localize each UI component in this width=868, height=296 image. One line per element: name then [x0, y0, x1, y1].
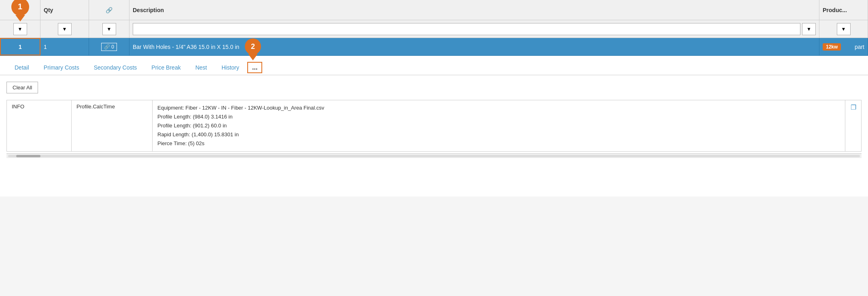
row-name: Profile.CalcTime: [72, 100, 153, 152]
description-label: Description: [133, 7, 164, 13]
tabs-container: Detail Primary Costs Secondary Costs Pri…: [0, 56, 868, 75]
link-icon-small: 🔗: [104, 44, 110, 50]
filter-link: ▼: [89, 20, 129, 38]
scrollbar[interactable]: [6, 153, 862, 158]
content-area: Clear All INFO Profile.CalcTime Equipmen…: [0, 75, 868, 197]
filter-description: ▼: [129, 20, 819, 38]
product-label: Produc...: [823, 7, 847, 13]
header-description: Description: [129, 0, 819, 20]
tab-more[interactable]: ... 2: [247, 62, 262, 73]
tab-history[interactable]: History: [215, 61, 246, 75]
tab-detail-label: Detail: [15, 64, 29, 71]
annotation-bubble-2: 2: [245, 38, 261, 55]
bubble-1-label: 1: [18, 2, 22, 11]
description-value: Bar With Holes - 1/4" A36 15.0 in X 15.0…: [133, 44, 239, 50]
clear-all-label: Clear All: [13, 85, 32, 91]
header-link: 🔗: [89, 0, 129, 20]
bubble-2-label: 2: [251, 43, 255, 50]
tab-nest-label: Nest: [195, 64, 207, 71]
filter-product: ▼: [819, 20, 868, 38]
scrollbar-track: [8, 155, 860, 157]
tab-more-label: ...: [252, 64, 257, 71]
tab-primary-costs-label: Primary Costs: [44, 64, 79, 71]
data-product: 12kw part: [819, 38, 868, 55]
annotation-1-wrapper: 1: [11, 0, 29, 22]
filter-product-button[interactable]: ▼: [837, 23, 851, 35]
data-step: 1: [0, 38, 40, 55]
filter-link-button[interactable]: ▼: [102, 23, 116, 35]
filter-description-funnel[interactable]: ▼: [802, 23, 816, 35]
data-description: Bar With Holes - 1/4" A36 15.0 in X 15.0…: [129, 38, 819, 55]
edit-cell[interactable]: ❐: [845, 100, 862, 152]
tab-nest[interactable]: Nest: [189, 61, 214, 75]
filter-step-button[interactable]: ▼: [13, 23, 27, 35]
table-row: INFO Profile.CalcTime Equipment: Fiber -…: [7, 100, 862, 152]
header-step: 1: [0, 0, 40, 20]
edit-icon[interactable]: ❐: [851, 104, 856, 111]
main-container: 1 Qty 🔗 Description Produc... ▼ ▼ ▼ ▼: [0, 0, 868, 296]
link-icon: 🔗: [106, 7, 112, 13]
tab-secondary-costs[interactable]: Secondary Costs: [87, 61, 144, 75]
tab-primary-costs[interactable]: Primary Costs: [37, 61, 86, 75]
tab-secondary-costs-label: Secondary Costs: [94, 64, 137, 71]
header-product: Produc...: [819, 0, 868, 20]
tab-detail[interactable]: Detail: [8, 61, 36, 75]
tab-price-break[interactable]: Price Break: [145, 61, 187, 75]
kw-badge: 12kw: [823, 43, 841, 51]
product-value: part: [855, 44, 864, 50]
link-badge: 🔗 0: [101, 43, 117, 51]
filter-row: ▼ ▼ ▼ ▼ ▼: [0, 20, 868, 38]
data-link: 🔗 0: [89, 38, 129, 55]
step-value: 1: [19, 44, 22, 50]
filter-qty-button[interactable]: ▼: [58, 23, 72, 35]
filter-step: ▼: [0, 20, 40, 38]
link-count: 0: [111, 44, 114, 50]
qty-value: 1: [44, 44, 47, 50]
filter-description-input[interactable]: [133, 23, 800, 35]
annotation-bubble-1: 1: [11, 0, 29, 16]
info-table: INFO Profile.CalcTime Equipment: Fiber -…: [6, 100, 862, 152]
data-qty: 1: [40, 38, 89, 55]
header-row: 1 Qty 🔗 Description Produc...: [0, 0, 868, 20]
row-value: Equipment: Fiber - 12KW - IN - Fiber - 1…: [153, 100, 845, 152]
tab-price-break-label: Price Break: [151, 64, 180, 71]
row-type: INFO: [7, 100, 72, 152]
qty-label: Qty: [44, 7, 53, 13]
filter-qty: ▼: [40, 20, 89, 38]
data-row-1[interactable]: 1 1 🔗 0 Bar With Holes - 1/4" A36 15.0 i…: [0, 38, 868, 56]
clear-all-button[interactable]: Clear All: [6, 82, 38, 93]
header-qty: Qty: [40, 0, 89, 20]
scrollbar-thumb[interactable]: [16, 155, 40, 157]
tab-history-label: History: [221, 64, 239, 71]
